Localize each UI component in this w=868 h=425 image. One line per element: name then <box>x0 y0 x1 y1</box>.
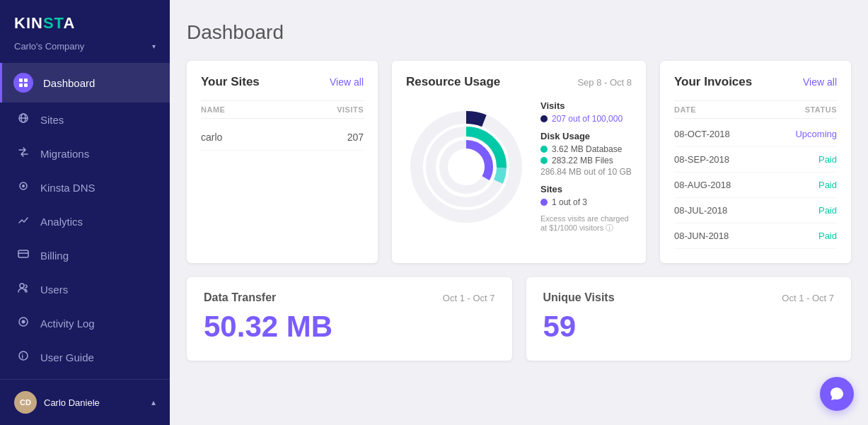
database-label: 3.62 MB Database <box>552 144 622 154</box>
chevron-down-icon: ▾ <box>152 42 156 50</box>
your-sites-card: Your Sites View all NAME VISITS carlo 20… <box>187 61 378 263</box>
sidebar-item-migrations[interactable]: Migrations <box>0 136 170 170</box>
invoice-date-2: 08-SEP-2018 <box>674 154 729 165</box>
bottom-grid: Data Transfer Oct 1 - Oct 7 50.32 MB Uni… <box>187 277 851 361</box>
data-transfer-title: Data Transfer <box>204 291 276 304</box>
invoice-col-status: STATUS <box>805 105 837 114</box>
invoice-status-4: Paid <box>818 205 837 216</box>
sidebar-item-label-activity-log: Activity Log <box>40 318 95 330</box>
table-row: carlo 207 <box>201 124 364 151</box>
sites-label: Sites <box>540 184 632 194</box>
sidebar-item-label-users: Users <box>40 284 68 296</box>
sidebar-item-label-migrations: Migrations <box>40 148 89 160</box>
company-selector[interactable]: Carlo's Company ▾ <box>0 40 170 63</box>
invoice-date-5: 08-JUN-2018 <box>674 231 729 241</box>
info-icon: ⓘ <box>606 223 613 232</box>
your-sites-view-all[interactable]: View all <box>330 76 364 88</box>
invoice-date-1: 08-OCT-2018 <box>674 129 730 139</box>
unique-visits-header: Unique Visits Oct 1 - Oct 7 <box>543 291 835 304</box>
invoice-status-1: Upcoming <box>795 129 837 139</box>
data-transfer-value: 50.32 MB <box>204 310 495 344</box>
sites-col-visits: VISITS <box>337 105 364 114</box>
resource-usage-card: Resource Usage Sep 8 - Oct 8 <box>392 61 646 263</box>
your-sites-header: Your Sites View all <box>201 75 364 89</box>
sidebar-item-activity-log[interactable]: Activity Log <box>0 306 170 340</box>
sidebar-item-label-sites: Sites <box>40 114 64 126</box>
svg-rect-2 <box>19 83 23 87</box>
sidebar-footer: CD Carlo Daniele ▴ <box>0 379 170 425</box>
sidebar-header: KinSta <box>0 0 170 40</box>
sidebar-item-dashboard[interactable]: Dashboard <box>0 63 170 103</box>
donut-svg <box>406 107 526 227</box>
invoice-row-4: 08-JUL-2018 Paid <box>674 198 837 223</box>
migrations-icon <box>16 146 30 161</box>
database-dot <box>540 146 548 153</box>
svg-point-11 <box>20 284 24 288</box>
page-title: Dashboard <box>187 21 851 44</box>
user-info: CD Carlo Daniele <box>14 391 100 414</box>
sidebar-item-user-guide[interactable]: i User Guide <box>0 340 170 374</box>
logo: KinSta <box>14 14 75 33</box>
sites-value-item: 1 out of 3 <box>540 197 632 207</box>
database-item: 3.62 MB Database <box>540 144 632 154</box>
sidebar-item-users[interactable]: Users <box>0 272 170 306</box>
sidebar-item-sites[interactable]: Sites <box>0 103 170 136</box>
your-invoices-view-all[interactable]: View all <box>803 76 837 88</box>
invoice-status-3: Paid <box>818 180 837 190</box>
user-guide-icon: i <box>16 350 30 364</box>
your-sites-title: Your Sites <box>201 75 260 89</box>
invoice-date-4: 08-JUL-2018 <box>674 205 727 216</box>
sidebar-item-analytics[interactable]: Analytics <box>0 204 170 238</box>
sites-dot <box>540 199 548 206</box>
disk-usage-label: Disk Usage <box>540 131 632 141</box>
sites-table-header: NAME VISITS <box>201 100 364 119</box>
invoice-row-5: 08-JUN-2018 Paid <box>674 223 837 249</box>
kinsta-dns-icon <box>16 180 30 194</box>
analytics-icon <box>16 214 30 228</box>
visits-label: Visits <box>540 100 632 111</box>
data-transfer-date: Oct 1 - Oct 7 <box>443 293 495 303</box>
nav-menu: Dashboard Sites Migrations <box>0 63 170 379</box>
user-name: Carlo Daniele <box>44 397 100 408</box>
unique-visits-value: 59 <box>543 310 835 344</box>
sidebar-item-label-user-guide: User Guide <box>40 351 94 363</box>
billing-icon <box>16 248 30 262</box>
dashboard-icon <box>13 73 33 93</box>
chat-icon <box>829 386 845 402</box>
sites-col-name: NAME <box>201 105 225 114</box>
sidebar-item-label-kinsta-dns: Kinsta DNS <box>40 182 96 194</box>
invoice-date-3: 08-AUG-2018 <box>674 180 731 190</box>
sites-icon <box>16 112 30 127</box>
site-visits: 207 <box>347 132 364 143</box>
chat-button[interactable] <box>820 377 854 411</box>
data-transfer-card: Data Transfer Oct 1 - Oct 7 50.32 MB <box>187 277 512 361</box>
unique-visits-title: Unique Visits <box>543 291 615 304</box>
unique-visits-date: Oct 1 - Oct 7 <box>782 293 834 303</box>
your-invoices-header: Your Invoices View all <box>674 75 837 89</box>
top-grid: Your Sites View all NAME VISITS carlo 20… <box>187 61 851 263</box>
invoice-col-date: DATE <box>674 105 696 114</box>
visits-dot <box>540 115 548 122</box>
invoice-row-3: 08-AUG-2018 Paid <box>674 173 837 198</box>
resource-usage-title: Resource Usage <box>406 75 500 89</box>
donut-chart <box>406 107 526 227</box>
sidebar-item-billing[interactable]: Billing <box>0 238 170 272</box>
site-name: carlo <box>201 132 222 143</box>
files-label: 283.22 MB Files <box>552 156 613 165</box>
sidebar: KinSta Carlo's Company ▾ Dashboard <box>0 0 170 425</box>
resource-usage-date: Sep 8 - Oct 8 <box>577 77 632 88</box>
sidebar-item-label-dashboard: Dashboard <box>43 77 95 89</box>
activity-log-icon <box>16 316 30 330</box>
your-invoices-card: Your Invoices View all DATE STATUS 08-OC… <box>660 61 851 263</box>
visits-legend: Visits 207 out of 100,000 <box>540 100 632 124</box>
files-dot <box>540 157 548 164</box>
svg-rect-0 <box>19 78 23 82</box>
invoice-row-1: 08-OCT-2018 Upcoming <box>674 122 837 147</box>
main-content: Dashboard Your Sites View all NAME VISIT… <box>170 0 868 425</box>
svg-point-13 <box>22 320 25 324</box>
visits-value[interactable]: 207 out of 100,000 <box>552 114 623 124</box>
company-name: Carlo's Company <box>14 41 84 52</box>
sidebar-item-kinsta-dns[interactable]: Kinsta DNS <box>0 170 170 204</box>
visits-value-item: 207 out of 100,000 <box>540 114 632 124</box>
users-icon <box>16 282 30 296</box>
